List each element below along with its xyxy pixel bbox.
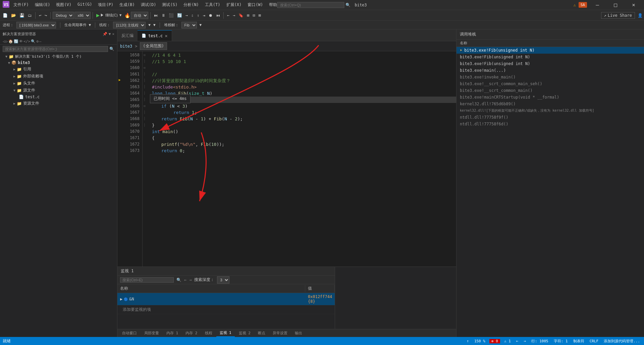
auto-select[interactable]: 自动 <box>131 12 148 19</box>
stack-expand-icon[interactable]: ▼ <box>200 23 202 27</box>
status-zoom[interactable]: 150 % <box>473 339 487 343</box>
platform-select[interactable]: x86 <box>74 12 91 19</box>
tab-exception-settings[interactable]: 异常设置 <box>269 330 291 337</box>
filter-icon[interactable]: ▼ <box>148 23 151 27</box>
watch-row-0[interactable]: ▶ 🔵 &N 0x012ff744 {8} <box>117 293 335 305</box>
watch-search-btn[interactable]: 🔍 <box>176 278 181 282</box>
tree-external[interactable]: ▶ 📁 外部依赖项 <box>0 73 117 80</box>
filter-icon2[interactable]: ▼ <box>153 23 156 27</box>
new-project-icon[interactable]: 📄 <box>1 12 9 18</box>
undo-button[interactable]: ↩ <box>38 12 43 18</box>
menu-test[interactable]: 测试(S) <box>159 1 180 8</box>
tree-references[interactable]: ▶ 📁 引用 <box>0 66 117 73</box>
tab-auto-window[interactable]: 自动窗口 <box>119 330 140 337</box>
menu-file[interactable]: 文件(F) <box>11 1 32 8</box>
thread-select[interactable]: [1120] 主线程 <box>113 22 146 28</box>
call-stack-item-9[interactable]: kernel32.dll![下面的框架可能不正确和/或缺失，没有为 kernel… <box>457 107 644 114</box>
fire-icon[interactable]: 🔥 <box>124 13 130 18</box>
sidebar-close-icon[interactable]: × <box>112 32 114 36</box>
menu-git[interactable]: Git(G) <box>75 1 95 8</box>
status-nav-next[interactable]: → <box>522 339 527 343</box>
tab-memory1[interactable]: 内存 1 <box>163 330 181 337</box>
menu-project[interactable]: 项目(P) <box>95 1 116 8</box>
call-stack-item-7[interactable]: bite3.exe!mainCRTStartup(void * __formal… <box>457 94 644 101</box>
menu-window[interactable]: 窗口(W) <box>245 1 266 8</box>
tree-resources[interactable]: ▶ 📁 资源文件 <box>0 100 117 107</box>
menu-build[interactable]: 生成(B) <box>117 1 138 8</box>
indent-right-btn[interactable]: → <box>231 12 236 18</box>
status-encoding[interactable]: 制表符 <box>572 339 586 344</box>
tab-testc[interactable]: 📄 test.c × <box>138 30 172 41</box>
call-stack-item-1[interactable]: bite3.exe!Fib(unsigned int N) <box>457 54 644 60</box>
depth-select[interactable]: 3 <box>217 276 229 284</box>
code-lines[interactable]: 已用时间 <= 4ms //1 4 6 4 1 //1 5 10 10 1 //… <box>147 51 456 267</box>
sidebar-sync-icon[interactable]: 🔄 <box>14 39 18 44</box>
bookmark-prev-btn[interactable]: ⊞ <box>246 12 251 18</box>
sidebar-search-btn[interactable]: 🔍 <box>109 47 114 51</box>
status-line-ending[interactable]: CRLF <box>588 339 600 343</box>
sidebar-settings-icon[interactable]: ⚙ <box>36 39 39 44</box>
indent-left-btn[interactable]: ← <box>226 12 231 18</box>
process-select[interactable]: [ 19188] bite3.exe <box>16 22 56 28</box>
pause-btn[interactable]: ⏸ <box>160 12 167 18</box>
sidebar-search-icon2[interactable]: 🔍 <box>31 39 36 44</box>
tree-headers[interactable]: ▶ 📁 头文件 <box>0 80 117 87</box>
call-stack-item-0[interactable]: ➤ bite3.exe!Fib(unsigned int N) <box>457 47 644 54</box>
menu-analyze[interactable]: 分析(N) <box>181 1 202 8</box>
status-errors[interactable]: ⊗ 0 <box>489 339 500 343</box>
history-btn[interactable]: ⏮ <box>215 12 221 18</box>
status-nav-prev[interactable]: ← <box>515 339 520 343</box>
sidebar-back-icon[interactable]: ◁ <box>3 39 5 44</box>
sidebar-search-input[interactable] <box>3 46 108 52</box>
call-stack-item-11[interactable]: ntdll.dll!77758f6d() <box>457 121 644 127</box>
step-into-btn[interactable]: ⇩ <box>190 12 195 18</box>
watch-add-row[interactable]: 添加要监视的项 <box>117 305 335 314</box>
menu-debug[interactable]: 调试(D) <box>138 1 159 8</box>
menu-tools[interactable]: 工具(T) <box>202 1 223 8</box>
open-file-icon[interactable]: 📂 <box>10 12 17 18</box>
tab-watch2[interactable]: 监视 2 <box>235 330 254 337</box>
tree-testc[interactable]: 📄 test.c <box>0 94 117 100</box>
user-avatar[interactable]: SA <box>579 2 587 8</box>
lifecycle-label[interactable]: 生命周期事件 ▼ <box>64 22 91 27</box>
scope-select[interactable]: (全局范围) <box>140 42 167 50</box>
sidebar-home-icon[interactable]: 🏠 <box>8 39 13 44</box>
record-btn[interactable]: ⏺ <box>207 12 214 18</box>
menu-extensions[interactable]: 扩展(X) <box>224 1 245 8</box>
step-over-btn[interactable]: ⏭ <box>153 12 159 18</box>
tree-solution[interactable]: ▼ 📁 解决方案'bite3'(1 个项目/共 1 个) <box>0 53 117 60</box>
status-line-info[interactable]: 行: 1005 <box>530 339 550 344</box>
minimize-button[interactable]: – <box>590 0 605 10</box>
sidebar-filter-icon[interactable]: – <box>39 39 42 44</box>
maximize-button[interactable]: □ <box>608 0 623 10</box>
stack-select[interactable]: Fib <box>181 22 197 28</box>
step-tab-btn[interactable]: ⇥ <box>201 12 206 18</box>
call-stack-item-8[interactable]: kernel32.dll!765d6b89() <box>457 101 644 107</box>
tab-close-btn[interactable]: × <box>165 33 167 39</box>
call-stack-item-2[interactable]: bite3.exe!Fib(unsigned int N) <box>457 60 644 67</box>
stop-btn[interactable]: ⬛ <box>167 12 175 18</box>
redo-button[interactable]: ↪ <box>43 12 48 18</box>
tab-breakpoints[interactable]: 断点 <box>255 330 269 337</box>
save-icon[interactable]: 💾 <box>18 12 26 18</box>
sidebar-view-icon[interactable]: 👁 <box>19 39 23 44</box>
sidebar-code-icon[interactable]: </> <box>23 39 30 44</box>
status-char-info[interactable]: 字符: 1 <box>552 339 569 344</box>
tree-source[interactable]: ▼ 📁 源文件 <box>0 87 117 94</box>
step-out-btn[interactable]: ⇧ <box>196 12 201 18</box>
step-forward-btn[interactable]: → <box>184 12 189 18</box>
close-button[interactable]: × <box>626 0 641 10</box>
watch-nav-prev[interactable]: ← <box>184 278 186 282</box>
tree-project[interactable]: ▼ 📦 bite3 <box>0 60 117 66</box>
sidebar-forward-icon[interactable]: ▷ <box>6 39 8 44</box>
status-source-control[interactable]: 添加到源代码管理... <box>602 339 641 344</box>
bookmark-del-btn[interactable]: ⊠ <box>257 12 262 18</box>
continue-button[interactable]: ▶ ▶ 继续(C) ▼ <box>95 12 123 18</box>
save-all-icon[interactable]: 🗂 <box>26 12 33 18</box>
call-stack-item-10[interactable]: ntdll.dll!77758f9f() <box>457 114 644 121</box>
bookmark-btn[interactable]: 🔖 <box>237 12 245 18</box>
tab-watch1[interactable]: 监视 1 <box>216 330 235 337</box>
call-stack-item-3[interactable]: bite3.exe!main(...) <box>457 67 644 74</box>
watch-expand-icon[interactable]: ▶ <box>120 297 122 301</box>
status-up-icon[interactable]: ↑ <box>465 339 470 343</box>
